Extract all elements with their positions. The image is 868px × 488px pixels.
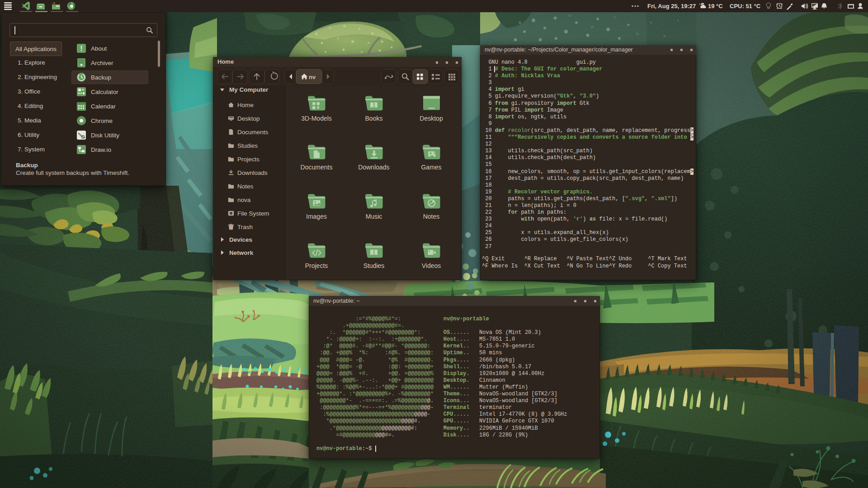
svg-text:nv: nv [309,74,316,80]
svg-text:CPU: 51 °C: CPU: 51 °C [730,3,761,9]
svg-text:2: 2 [53,1,55,6]
svg-text:19 °C: 19 °C [708,3,723,9]
svg-text:!: ! [80,45,82,52]
svg-text:Fri, Aug 25, 19:27: Fri, Aug 25, 19:27 [647,3,696,9]
